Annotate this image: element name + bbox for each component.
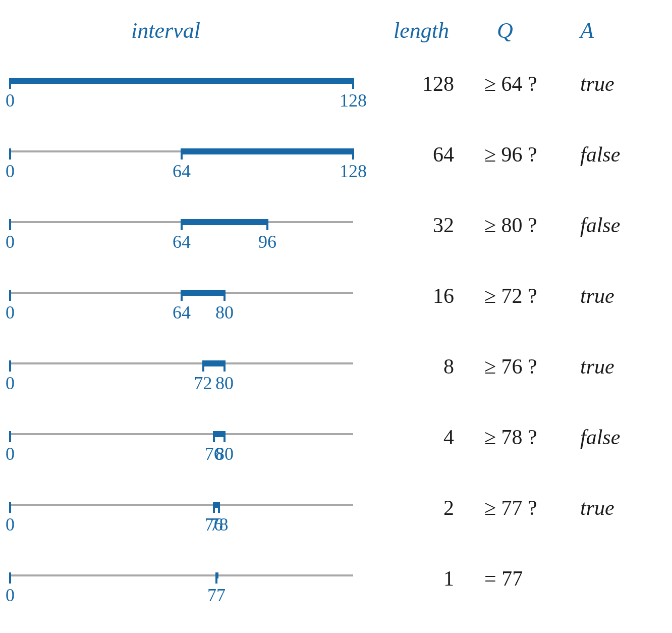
tick-mark — [181, 290, 183, 301]
question-value: ≥ 72 ? — [484, 284, 570, 308]
interval-segment — [182, 219, 267, 225]
interval-row: 06412864≥ 96 ?false — [0, 131, 672, 187]
tick-label: 64 — [173, 302, 191, 323]
tick-label: 0 — [6, 302, 15, 323]
axis-line — [10, 433, 353, 435]
axis-line — [10, 504, 353, 506]
interval-segment — [10, 78, 353, 84]
interval-row: 0648016≥ 72 ?true — [0, 273, 672, 328]
tick-mark — [9, 572, 11, 584]
interval-row: 076804≥ 78 ?false — [0, 414, 672, 469]
answer-value: false — [580, 213, 656, 237]
tick-label: 64 — [173, 161, 191, 182]
length-value: 128 — [394, 72, 454, 96]
tick-label: 128 — [340, 161, 367, 182]
tick-mark — [181, 148, 183, 160]
length-value: 4 — [394, 425, 454, 449]
interval-row: 076782≥ 77 ?true — [0, 485, 672, 540]
tick-label: 78 — [210, 514, 228, 535]
question-value: ≥ 64 ? — [484, 72, 570, 96]
tick-mark — [213, 431, 215, 442]
tick-mark — [218, 502, 220, 513]
tick-label: 72 — [194, 373, 212, 394]
interval-segment — [214, 431, 225, 437]
length-value: 8 — [394, 354, 454, 379]
axis-line — [10, 574, 353, 576]
tick-mark — [202, 360, 204, 372]
header-interval: interval — [131, 18, 200, 43]
length-value: 2 — [394, 496, 454, 520]
header-q: Q — [497, 18, 513, 43]
interval-row: 0771= 77 — [0, 555, 672, 611]
tick-mark — [352, 148, 354, 160]
tick-mark — [9, 360, 11, 372]
answer-value: true — [580, 284, 656, 308]
tick-label: 80 — [215, 373, 234, 394]
interval-segment — [182, 290, 225, 296]
length-value: 1 — [394, 566, 454, 591]
question-value: ≥ 80 ? — [484, 213, 570, 237]
tick-mark — [181, 219, 183, 230]
interval-segment — [182, 148, 353, 154]
tick-mark — [215, 572, 217, 584]
tick-mark — [223, 360, 226, 372]
interval-segment — [203, 360, 225, 366]
tick-label: 0 — [6, 443, 15, 464]
question-value: = 77 — [484, 566, 570, 591]
tick-label: 128 — [340, 90, 367, 111]
question-value: ≥ 96 ? — [484, 142, 570, 167]
tick-mark — [213, 502, 215, 513]
answer-value: false — [580, 425, 656, 449]
interval-row: 0128128≥ 64 ?true — [0, 61, 672, 116]
tick-label: 96 — [258, 231, 276, 252]
tick-mark — [9, 219, 11, 230]
tick-label: 0 — [6, 585, 15, 606]
interval-row: 0649632≥ 80 ?false — [0, 202, 672, 257]
question-value: ≥ 78 ? — [484, 425, 570, 449]
tick-label: 0 — [6, 373, 15, 394]
tick-label: 0 — [6, 161, 15, 182]
column-headers: interval length Q A — [0, 18, 672, 48]
tick-mark — [9, 290, 11, 301]
tick-label: 77 — [207, 585, 226, 606]
axis-line — [10, 362, 353, 364]
length-value: 16 — [394, 284, 454, 308]
tick-mark — [9, 78, 11, 89]
length-value: 32 — [394, 213, 454, 237]
tick-mark — [223, 431, 226, 442]
question-value: ≥ 77 ? — [484, 496, 570, 520]
answer-value: true — [580, 72, 656, 96]
tick-label: 0 — [6, 514, 15, 535]
tick-label: 80 — [215, 302, 234, 323]
header-length: length — [394, 18, 449, 43]
length-value: 64 — [394, 142, 454, 167]
answer-value: true — [580, 354, 656, 379]
tick-mark — [352, 78, 354, 89]
tick-mark — [9, 431, 11, 442]
header-a: A — [580, 18, 594, 43]
tick-mark — [223, 290, 226, 301]
interval-row: 072808≥ 76 ?true — [0, 343, 672, 399]
tick-label: 64 — [173, 231, 191, 252]
tick-label: 80 — [215, 443, 234, 464]
tick-mark — [9, 148, 11, 160]
answer-value: false — [580, 142, 656, 167]
answer-value: true — [580, 496, 656, 520]
tick-mark — [9, 502, 11, 513]
question-value: ≥ 76 ? — [484, 354, 570, 379]
tick-label: 0 — [6, 90, 15, 111]
tick-label: 0 — [6, 231, 15, 252]
tick-mark — [266, 219, 268, 230]
